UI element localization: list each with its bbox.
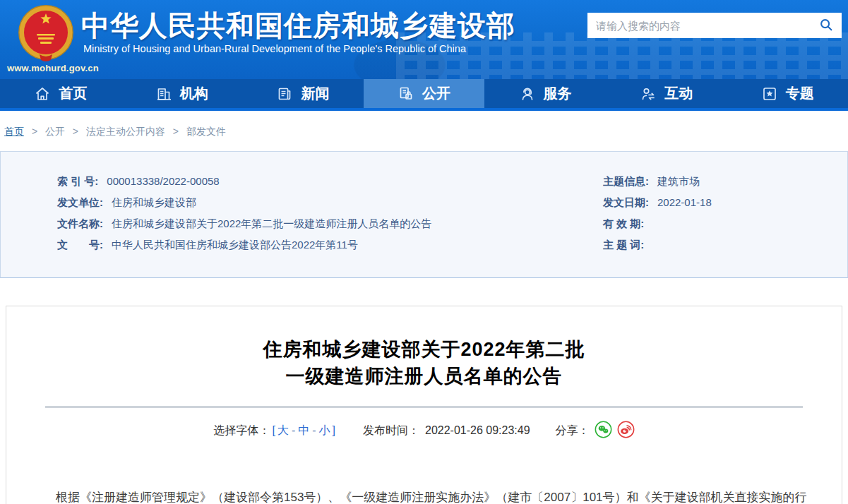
info-value: 中华人民共和国住房和城乡建设部公告2022年第11号: [112, 239, 358, 251]
article-title-line2: 一级建造师注册人员名单的公告: [6, 363, 842, 390]
row-document-number: 文 号:中华人民共和国住房和城乡建设部公告2022年第11号: [57, 234, 603, 256]
info-label: 主题信息:: [603, 175, 649, 187]
weibo-icon: [617, 421, 635, 440]
info-label: 文 号:: [57, 239, 103, 251]
publish-time-label: 发布时间：: [363, 424, 419, 438]
nav-item-org[interactable]: 机构: [121, 79, 243, 108]
breadcrumb-item-open: 公开: [45, 126, 65, 137]
breadcrumb: 首页 > 公开 > 法定主动公开内容 > 部发文件: [0, 111, 848, 151]
row-validity: 有 效 期:: [603, 213, 847, 234]
info-value: 住房和城乡建设部: [112, 196, 196, 208]
info-label: 主 题 词:: [603, 239, 644, 251]
search-input[interactable]: [587, 13, 811, 38]
wechat-share-button[interactable]: [595, 421, 612, 440]
title-divider: [45, 406, 803, 408]
document-info-right-column: 主题信息:建筑市场 发文日期:2022-01-18 有 效 期: 主 题 词:: [603, 171, 847, 277]
wechat-icon: [595, 421, 612, 440]
info-label: 发文日期:: [603, 196, 649, 208]
font-size-bracket-close: ]: [333, 424, 335, 437]
font-size-bracket-open: [: [272, 424, 275, 437]
national-emblem-icon: [18, 5, 73, 61]
info-value: 建筑市场: [657, 175, 700, 187]
breadcrumb-separator: >: [73, 126, 78, 137]
weibo-share-button[interactable]: [617, 421, 635, 440]
org-icon: [155, 85, 172, 102]
site-header: www.mohurd.gov.cn 中华人民共和国住房和城乡建设部 Minist…: [0, 0, 848, 79]
search-bar: [587, 13, 842, 38]
info-label: 文件名称:: [57, 217, 103, 229]
news-icon: [276, 85, 293, 102]
nav-item-news[interactable]: 新闻: [242, 79, 364, 108]
article-title-line1: 住房和城乡建设部关于2022年第二批: [6, 336, 842, 363]
document-info-box: 索 引 号:000013338/2022-00058 发文单位:住房和城乡建设部…: [0, 151, 848, 278]
nav-item-topic[interactable]: 专题: [727, 79, 848, 108]
font-size-small-button[interactable]: 小: [319, 424, 330, 438]
info-value: 2022-01-18: [657, 196, 712, 208]
main-nav: 首页 机构 新闻 公开: [0, 79, 848, 111]
article-body-paragraph: 根据《注册建造师管理规定》（建设部令第153号）、《一级建造师注册实施办法》（建…: [6, 487, 842, 504]
breadcrumb-link-home[interactable]: 首页: [4, 126, 24, 137]
font-size-large-button[interactable]: 大: [277, 424, 289, 438]
nav-label: 公开: [422, 84, 450, 103]
info-label: 有 效 期:: [603, 217, 644, 229]
nav-item-open[interactable]: 公开: [364, 79, 485, 108]
breadcrumb-separator: >: [173, 126, 179, 137]
article-title: 住房和城乡建设部关于2022年第二批 一级建造师注册人员名单的公告: [6, 336, 842, 390]
topic-icon: [761, 85, 778, 102]
row-index-number: 索 引 号:000013338/2022-00058: [57, 171, 603, 192]
row-issue-date: 发文日期:2022-01-18: [603, 192, 847, 213]
row-issuing-unit: 发文单位:住房和城乡建设部: [57, 192, 603, 213]
search-icon: [818, 17, 834, 35]
font-size-label: 选择字体：: [213, 424, 270, 438]
home-icon: [34, 85, 51, 102]
info-label: 索 引 号:: [57, 175, 98, 187]
share-label: 分享：: [556, 424, 590, 438]
search-button[interactable]: [811, 13, 842, 38]
site-url: www.mohurd.gov.cn: [7, 63, 99, 73]
nav-item-home[interactable]: 首页: [0, 79, 121, 108]
info-value: 000013338/2022-00058: [107, 175, 219, 187]
article-meta-bar: 选择字体： [ 大 - 中 - 小 ] 发布时间： 2022-01-26 09:…: [6, 421, 842, 440]
info-value: 住房和城乡建设部关于2022年第二批一级建造师注册人员名单的公告: [112, 217, 431, 229]
nav-item-interact[interactable]: 互动: [606, 79, 727, 108]
font-size-dash: -: [312, 424, 316, 437]
nav-label: 互动: [664, 84, 693, 103]
breadcrumb-item-statutory: 法定主动公开内容: [86, 126, 165, 137]
row-keywords: 主 题 词:: [603, 234, 847, 256]
site-subtitle: Ministry of Housing and Urban-Rural Deve…: [83, 43, 466, 54]
interact-icon: [640, 85, 657, 102]
document-info-left-column: 索 引 号:000013338/2022-00058 发文单位:住房和城乡建设部…: [57, 171, 603, 277]
publish-time-value: 2022-01-26 09:23:49: [425, 424, 530, 437]
row-document-title: 文件名称:住房和城乡建设部关于2022年第二批一级建造师注册人员名单的公告: [57, 213, 603, 234]
nav-label: 机构: [180, 84, 208, 103]
font-size-medium-button[interactable]: 中: [298, 424, 309, 438]
breadcrumb-item-documents: 部发文件: [186, 126, 226, 137]
font-size-dash: -: [292, 424, 295, 437]
nav-label: 新闻: [301, 84, 329, 103]
service-icon: [519, 85, 536, 102]
nav-label: 服务: [544, 84, 572, 103]
nav-label: 首页: [59, 84, 87, 103]
gov-open-icon: [398, 85, 414, 102]
article-panel: 住房和城乡建设部关于2022年第二批 一级建造师注册人员名单的公告 选择字体： …: [6, 306, 842, 504]
info-label: 发文单位:: [57, 196, 103, 208]
breadcrumb-separator: >: [32, 126, 37, 137]
row-topic-info: 主题信息:建筑市场: [603, 171, 847, 192]
nav-item-service[interactable]: 服务: [484, 79, 606, 108]
site-title: 中华人民共和国住房和城乡建设部: [81, 6, 515, 45]
nav-label: 专题: [786, 84, 814, 103]
